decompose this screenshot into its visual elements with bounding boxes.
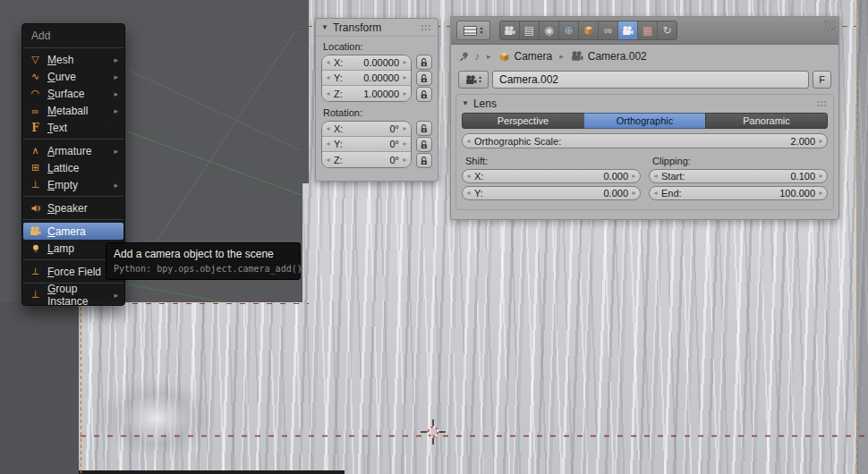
- increment-arrow-icon[interactable]: ▸: [631, 173, 637, 180]
- field-label: Y:: [474, 188, 483, 199]
- area-corner-handle[interactable]: [824, 20, 836, 31]
- increment-arrow-icon[interactable]: ▸: [631, 190, 637, 197]
- increment-arrow-icon[interactable]: ▸: [818, 138, 824, 145]
- increment-arrow-icon[interactable]: ▸: [402, 74, 408, 81]
- armature-icon: ∧: [29, 145, 42, 157]
- location-x-field[interactable]: ◂ X: 0.00000 ▸: [322, 55, 411, 71]
- mode-panoramic-button[interactable]: Panoramic: [705, 113, 828, 129]
- rotation-y-field[interactable]: ◂ Y: 0° ▸: [322, 137, 411, 152]
- menu-item-armature[interactable]: ∧ Armature ▸: [22, 142, 124, 159]
- menu-item-surface[interactable]: ◠ Surface ▸: [22, 85, 124, 102]
- tab-world[interactable]: ⊕: [559, 21, 579, 39]
- clip-start-field[interactable]: ◂ Start: 0.100 ▸: [649, 169, 828, 183]
- decrement-arrow-icon[interactable]: ◂: [325, 125, 331, 132]
- tab-render[interactable]: [500, 21, 520, 39]
- rotation-label: Rotation:: [321, 106, 432, 121]
- decrement-arrow-icon[interactable]: ◂: [325, 140, 331, 148]
- datablock-browse-button[interactable]: ▴▾: [458, 71, 489, 89]
- shift-y-field[interactable]: ◂ Y: 0.000 ▸: [462, 186, 641, 200]
- transform-panel-header[interactable]: ▼ Transform: [316, 19, 438, 37]
- menu-item-label: Empty: [47, 179, 78, 191]
- decrement-arrow-icon[interactable]: ◂: [465, 190, 472, 197]
- lens-mode-buttons: Perspective Orthographic Panoramic: [462, 113, 828, 129]
- menu-item-camera[interactable]: Camera: [23, 223, 123, 240]
- fake-user-button[interactable]: F: [813, 71, 831, 89]
- editor-type-button[interactable]: ▴▾: [456, 21, 490, 40]
- mode-orthographic-button[interactable]: Orthographic: [583, 113, 706, 129]
- clip-end-field[interactable]: ◂ End: 100.000 ▸: [649, 186, 828, 200]
- lens-panel: ▼ Lens Perspective Orthographic Panorami…: [455, 94, 834, 210]
- field-label: X:: [334, 123, 343, 134]
- collapse-triangle-icon[interactable]: ▼: [462, 99, 469, 107]
- mode-perspective-button[interactable]: Perspective: [462, 113, 584, 129]
- menu-item-metaball[interactable]: ∞ Metaball ▸: [22, 102, 124, 119]
- breadcrumb-object[interactable]: Camera: [515, 50, 553, 63]
- increment-arrow-icon[interactable]: ▸: [402, 90, 408, 97]
- camera-icon: [29, 225, 42, 238]
- lock-rotation-x-button[interactable]: [416, 121, 432, 136]
- tab-scene[interactable]: ◉: [540, 21, 559, 39]
- lock-icon: [419, 73, 430, 84]
- location-y-field[interactable]: ◂ Y: 0.00000 ▸: [322, 71, 411, 86]
- tab-physics[interactable]: ↻: [658, 21, 677, 39]
- breadcrumb-data[interactable]: Camera.002: [588, 50, 647, 63]
- orthographic-scale-field[interactable]: ◂ Orthographic Scale: 2.000 ▸: [462, 133, 828, 148]
- pin-icon[interactable]: [458, 51, 470, 63]
- menu-item-label: Group Instance: [47, 283, 114, 308]
- lock-location-z-button[interactable]: [416, 87, 432, 102]
- rotation-x-field[interactable]: ◂ X: 0° ▸: [322, 122, 411, 137]
- increment-arrow-icon[interactable]: ▸: [402, 140, 408, 148]
- tooltip: Add a camera object to the scene Python:…: [106, 242, 301, 280]
- panel-drag-dots[interactable]: [421, 24, 432, 31]
- tab-constraints[interactable]: ∞: [599, 21, 618, 39]
- force-field-icon: ⊥: [29, 266, 42, 277]
- menu-item-speaker[interactable]: Speaker: [22, 199, 124, 216]
- field-label: X:: [334, 57, 343, 68]
- surface-icon: ◠: [29, 88, 42, 99]
- menu-item-group-instance[interactable]: ⊥ Group Instance ▸: [22, 286, 124, 303]
- lock-rotation-z-button[interactable]: [416, 153, 432, 168]
- lock-location-x-button[interactable]: [416, 55, 432, 70]
- increment-arrow-icon[interactable]: ▸: [402, 157, 408, 164]
- decrement-arrow-icon[interactable]: ◂: [465, 138, 472, 145]
- decrement-arrow-icon[interactable]: ◂: [325, 74, 331, 81]
- tab-texture[interactable]: ▦: [638, 21, 658, 39]
- decrement-arrow-icon[interactable]: ◂: [652, 190, 659, 197]
- tab-object-data[interactable]: [618, 21, 638, 39]
- datablock-name-input[interactable]: Camera.002: [492, 71, 809, 89]
- increment-arrow-icon[interactable]: ▸: [818, 190, 824, 197]
- menu-item-label: Metaball: [47, 105, 88, 117]
- menu-item-empty[interactable]: ⊥ Empty ▸: [22, 176, 124, 193]
- tab-render-layers[interactable]: ▤: [520, 21, 540, 39]
- menu-item-mesh[interactable]: ▽ Mesh ▸: [22, 51, 124, 68]
- curve-icon: ∿: [29, 71, 42, 82]
- decrement-arrow-icon[interactable]: ◂: [325, 90, 331, 97]
- decrement-arrow-icon[interactable]: ◂: [465, 173, 472, 180]
- menu-item-label: Text: [47, 122, 67, 134]
- mesh-icon: ▽: [29, 54, 42, 65]
- decrement-arrow-icon[interactable]: ◂: [325, 157, 331, 164]
- location-label: Location:: [321, 39, 432, 55]
- menu-item-text[interactable]: F Text: [22, 119, 124, 136]
- browse-id-icon[interactable]: ♪: [474, 50, 480, 63]
- location-z-field[interactable]: ◂ Z: 1.00000 ▸: [322, 86, 411, 101]
- decrement-arrow-icon[interactable]: ◂: [652, 173, 659, 180]
- collapse-triangle-icon[interactable]: ▼: [321, 23, 328, 31]
- decrement-arrow-icon[interactable]: ◂: [325, 59, 331, 66]
- increment-arrow-icon[interactable]: ▸: [402, 59, 408, 66]
- field-value: 0.000: [603, 188, 628, 199]
- increment-arrow-icon[interactable]: ▸: [818, 173, 824, 180]
- menu-item-curve[interactable]: ∿ Curve ▸: [22, 68, 124, 85]
- rotation-z-field[interactable]: ◂ Z: 0° ▸: [322, 152, 411, 167]
- add-menu-title: Add: [22, 26, 124, 45]
- increment-arrow-icon[interactable]: ▸: [402, 125, 408, 132]
- object-cube-icon: [498, 51, 510, 63]
- menu-item-lattice[interactable]: ⊞ Lattice: [22, 159, 124, 176]
- shift-x-field[interactable]: ◂ X: 0.000 ▸: [462, 169, 641, 183]
- lock-rotation-y-button[interactable]: [416, 137, 432, 152]
- lens-panel-header[interactable]: ▼ Lens: [456, 95, 833, 112]
- tab-object[interactable]: [579, 21, 599, 39]
- panel-drag-dots[interactable]: [816, 100, 828, 107]
- properties-editor: ▴▾ ▤ ◉ ⊕ ∞ ▦ ↻ ♪ ▸ Camera ▸ Camera.: [450, 16, 839, 220]
- lock-location-y-button[interactable]: [416, 71, 432, 86]
